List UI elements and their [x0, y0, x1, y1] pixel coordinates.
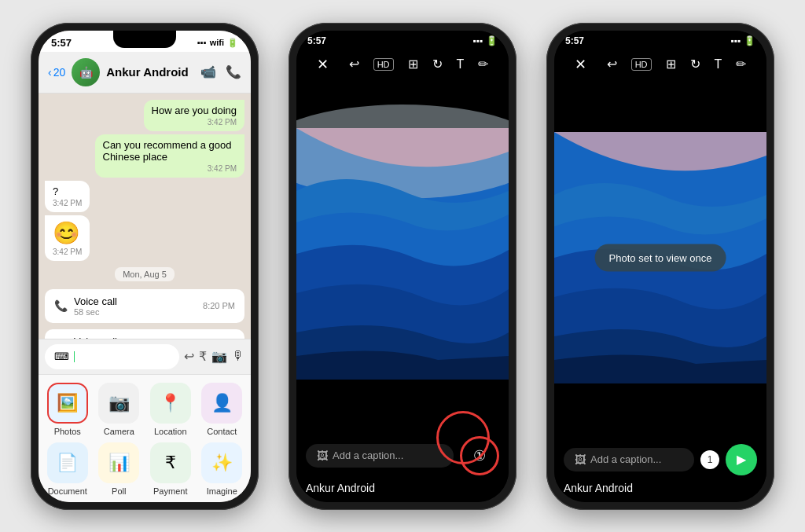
battery-icon: 🔋: [227, 38, 238, 48]
battery-icon-3: 🔋: [744, 35, 755, 46]
wifi-icon: wifi: [210, 38, 224, 47]
input-bar: ⌨ ↩ ₹ 📷 🎙: [39, 339, 251, 374]
chat-area: How are you doing 3:42 PM Can you recomm…: [39, 94, 251, 339]
caption-placeholder-2: Add a caption...: [590, 453, 661, 465]
recipient-row-1: Ankur Android: [306, 482, 499, 494]
caption-icon-1: 🖼: [317, 449, 328, 462]
media-item-payment[interactable]: ₹ Payment: [148, 442, 193, 496]
payment-icon-box: ₹: [150, 442, 191, 483]
status-icons-2: ▪▪▪ 🔋: [472, 35, 498, 46]
text-cursor: [74, 351, 75, 362]
undo-icon-2[interactable]: ↩: [607, 57, 617, 72]
status-time-3: 5:57: [565, 35, 584, 46]
grid-icon-2[interactable]: ⊞: [666, 57, 676, 72]
video-call-icon[interactable]: 📹: [200, 64, 216, 79]
call-icon-1: 📞: [54, 299, 68, 312]
msg-text: ?: [53, 185, 58, 197]
msg-received-1: ? 3:42 PM: [45, 181, 90, 212]
camera-icon-box: 📷: [98, 383, 139, 424]
media-item-imagine[interactable]: ✨ Imagine: [200, 442, 245, 496]
rupee-icon[interactable]: ₹: [199, 349, 207, 364]
phone-editor-1: 5:57 ▪▪▪ 🔋 ✕ ↩ HD ⊞ ↻ T ✏: [289, 23, 516, 510]
phone-whatsapp: 5:57 ▪▪▪ wifi 🔋 ‹ 20 🤖 Ankur Android 📹: [31, 23, 259, 510]
signal-icon-3: ▪▪▪: [730, 35, 741, 46]
msg-time: 3:42 PM: [53, 199, 82, 207]
caption-row-2: 🖼 Add a caption... 1 ▶: [564, 444, 757, 475]
input-icons: ↩ ₹ 📷 🎙: [184, 349, 244, 364]
notch-2: [371, 31, 434, 48]
close-button-2[interactable]: ✕: [575, 56, 586, 73]
rotate-icon-2[interactable]: ↻: [690, 57, 700, 72]
text-icon-2[interactable]: T: [715, 57, 722, 72]
call-time-1: 8:20 PM: [203, 301, 235, 310]
msg-sent-1: How are you doing 3:42 PM: [144, 100, 244, 131]
header-actions: 📹 📞: [200, 64, 241, 79]
text-icon-1[interactable]: T: [457, 57, 465, 72]
notch-3: [629, 31, 692, 48]
send-button[interactable]: ▶: [726, 444, 757, 475]
media-item-photos[interactable]: 🖼️ Photos: [45, 383, 90, 436]
back-chevron: ‹: [48, 66, 52, 79]
grid-icon-1[interactable]: ⊞: [408, 57, 418, 72]
caption-input-1[interactable]: 🖼 Add a caption...: [306, 444, 454, 468]
imagine-icon-box: ✨: [201, 442, 242, 483]
hd-icon-1[interactable]: HD: [373, 58, 394, 71]
media-item-poll[interactable]: 📊 Poll: [97, 442, 142, 496]
media-item-location[interactable]: 📍 Location: [148, 383, 193, 436]
loop-icon[interactable]: ↩: [184, 349, 194, 364]
editor-bottom-2: 🖼 Add a caption... 1 ▶ Ankur Android: [554, 436, 766, 502]
draw-icon-2[interactable]: ✏: [736, 57, 746, 72]
view-once-tooltip: Photo set to view once: [595, 244, 726, 271]
payment-label: Payment: [153, 486, 187, 496]
msg-text: Can you recommend a good Chinese place: [103, 139, 232, 163]
view-once-number: 1: [708, 454, 713, 465]
media-item-document[interactable]: 📄 Document: [45, 442, 90, 496]
wa-header: ‹ 20 🤖 Ankur Android 📹 📞: [39, 52, 251, 94]
media-item-contact[interactable]: 👤 Contact: [200, 383, 245, 436]
editor-image-2: Photo set to view once: [554, 79, 766, 436]
timer-icon-1: ①: [473, 447, 486, 464]
close-button-1[interactable]: ✕: [317, 56, 329, 73]
doc-icon-box: 📄: [47, 442, 88, 483]
recipient-name-1: Ankur Android: [306, 482, 375, 494]
recipient-row-2: Ankur Android: [564, 482, 757, 494]
status-time-2: 5:57: [307, 35, 326, 46]
recipient-name-2: Ankur Android: [564, 482, 633, 494]
doc-label: Document: [48, 486, 87, 496]
undo-icon-1[interactable]: ↩: [349, 57, 359, 72]
caption-placeholder-1: Add a caption...: [333, 449, 403, 461]
photos-label: Photos: [54, 427, 81, 436]
hd-icon-2[interactable]: HD: [631, 58, 652, 71]
signal-icon-2: ▪▪▪: [472, 35, 483, 46]
signal-icon: ▪▪▪: [197, 38, 207, 47]
status-icons-3: ▪▪▪ 🔋: [730, 35, 755, 46]
camera-quick-icon[interactable]: 📷: [211, 349, 227, 364]
location-label: Location: [154, 427, 187, 436]
caption-input-2[interactable]: 🖼 Add a caption...: [564, 448, 694, 471]
phone-editor-2: 5:57 ▪▪▪ 🔋 ✕ ↩ HD ⊞ ↻ T ✏: [546, 23, 774, 510]
call-type: Voice call: [74, 295, 197, 307]
editor-toolbar-2: ✕ ↩ HD ⊞ ↻ T ✏: [554, 48, 766, 79]
contact-name[interactable]: Ankur Android: [106, 65, 194, 79]
rotate-icon-1[interactable]: ↻: [432, 57, 443, 72]
keyboard-icon: ⌨: [54, 350, 69, 362]
back-button[interactable]: ‹ 20: [48, 66, 65, 79]
status-time-1: 5:57: [51, 37, 72, 49]
timer-button-1[interactable]: ①: [460, 436, 499, 475]
call-row-1: 📞 Voice call 58 sec 8:20 PM: [45, 289, 244, 323]
mic-icon[interactable]: 🎙: [232, 349, 244, 364]
media-item-camera[interactable]: 📷 Camera: [97, 383, 142, 436]
voice-call-icon[interactable]: 📞: [226, 64, 241, 79]
msg-sent-2: Can you recommend a good Chinese place 3…: [95, 134, 245, 178]
poll-label: Poll: [112, 486, 126, 496]
draw-icon-1[interactable]: ✏: [478, 57, 488, 72]
message-input[interactable]: ⌨: [45, 344, 179, 369]
contact-label: Contact: [207, 427, 237, 436]
battery-icon-2: 🔋: [486, 35, 498, 46]
date-divider: Mon, Aug 5: [115, 267, 175, 281]
photos-icon-box: 🖼️: [47, 383, 88, 424]
view-once-badge[interactable]: 1: [700, 450, 719, 469]
msg-time: 3:42 PM: [53, 248, 82, 256]
caption-row-1: 🖼 Add a caption... ①: [306, 436, 499, 475]
msg-time: 3:42 PM: [103, 164, 237, 173]
